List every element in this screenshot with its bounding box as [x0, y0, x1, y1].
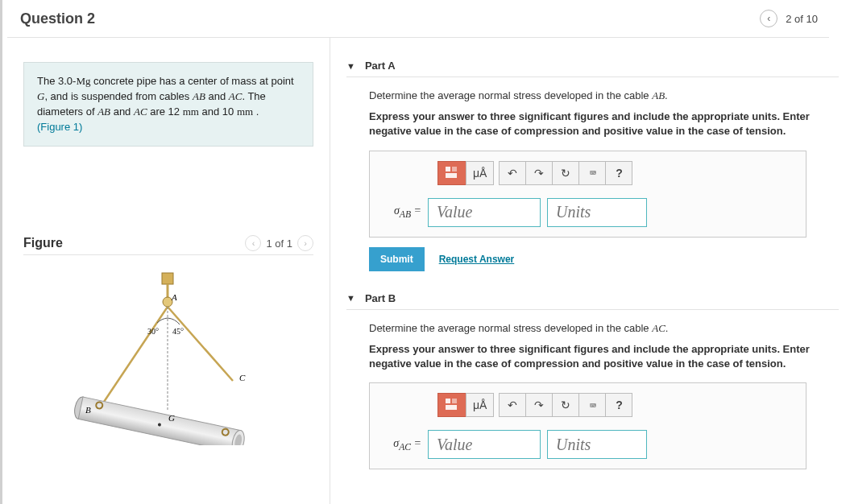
special-chars-button[interactable]: μÅ — [466, 161, 494, 185]
reset-button[interactable]: ↻ — [552, 161, 579, 185]
help-button[interactable]: ? — [605, 161, 632, 185]
value-input-a[interactable] — [428, 198, 541, 227]
submit-button-a[interactable]: Submit — [369, 247, 425, 271]
problem-statement: The 3.0-Mg concrete pipe has a center of… — [23, 62, 313, 147]
part-b-label: Part B — [365, 292, 396, 304]
units-input-b[interactable] — [547, 430, 647, 459]
figure-diagram: A B C G 30° 45° — [23, 268, 313, 445]
figure-link[interactable]: (Figure 1) — [37, 121, 82, 133]
figure-counter: 1 of 1 — [266, 238, 292, 250]
svg-text:C: C — [239, 373, 246, 382]
svg-text:A: A — [171, 292, 177, 302]
help-button-b[interactable]: ? — [605, 393, 632, 417]
part-a-prompt: Determine the average normal stress deve… — [369, 89, 839, 103]
figure-heading: Figure — [23, 236, 63, 250]
sigma-ac-label: σAC = — [381, 437, 421, 452]
undo-button-b[interactable]: ↶ — [499, 393, 526, 417]
figure-next-button[interactable]: › — [297, 235, 313, 251]
figure-prev-button[interactable]: ‹ — [245, 235, 261, 251]
svg-rect-19 — [446, 167, 450, 171]
part-b-answer-box: μÅ ↶ ↷ ↻ ⌨ ? σAC = — [369, 382, 806, 469]
svg-line-4 — [168, 307, 233, 381]
collapse-part-b-icon[interactable]: ▼ — [346, 293, 355, 303]
svg-text:G: G — [168, 413, 175, 423]
redo-button-b[interactable]: ↷ — [525, 393, 553, 417]
redo-button[interactable]: ↷ — [525, 161, 553, 185]
svg-line-3 — [101, 307, 168, 407]
keyboard-button[interactable]: ⌨ — [578, 161, 606, 185]
svg-text:30°: 30° — [147, 327, 159, 336]
part-b-instructions: Express your answer to three significant… — [369, 342, 839, 371]
svg-rect-0 — [162, 273, 173, 284]
value-input-b[interactable] — [428, 430, 541, 459]
svg-rect-22 — [446, 399, 450, 403]
request-answer-link-a[interactable]: Request Answer — [439, 254, 515, 265]
svg-rect-20 — [452, 167, 457, 171]
svg-text:B: B — [85, 405, 91, 415]
svg-rect-21 — [446, 173, 457, 178]
question-title: Question 2 — [7, 10, 95, 27]
part-b-prompt: Determine the average normal stress deve… — [369, 321, 839, 336]
svg-rect-24 — [446, 405, 457, 410]
prev-question-button[interactable]: ‹ — [760, 10, 777, 27]
sigma-ab-label: σAB = — [381, 204, 421, 220]
reset-button-b[interactable]: ↻ — [552, 393, 579, 417]
svg-text:45°: 45° — [172, 327, 184, 336]
special-chars-button-b[interactable]: μÅ — [466, 393, 494, 417]
part-a-answer-box: μÅ ↶ ↷ ↻ ⌨ ? σAB = — [369, 151, 806, 238]
units-input-a[interactable] — [547, 198, 647, 227]
part-a-instructions: Express your answer to three significant… — [369, 109, 839, 138]
templates-button[interactable] — [437, 161, 466, 185]
collapse-part-a-icon[interactable]: ▼ — [346, 61, 355, 71]
keyboard-button-b[interactable]: ⌨ — [578, 393, 606, 417]
templates-button-b[interactable] — [437, 393, 466, 417]
question-counter: 2 of 10 — [786, 13, 818, 25]
undo-button[interactable]: ↶ — [499, 161, 526, 185]
svg-rect-23 — [452, 399, 457, 403]
part-a-label: Part A — [365, 60, 396, 72]
